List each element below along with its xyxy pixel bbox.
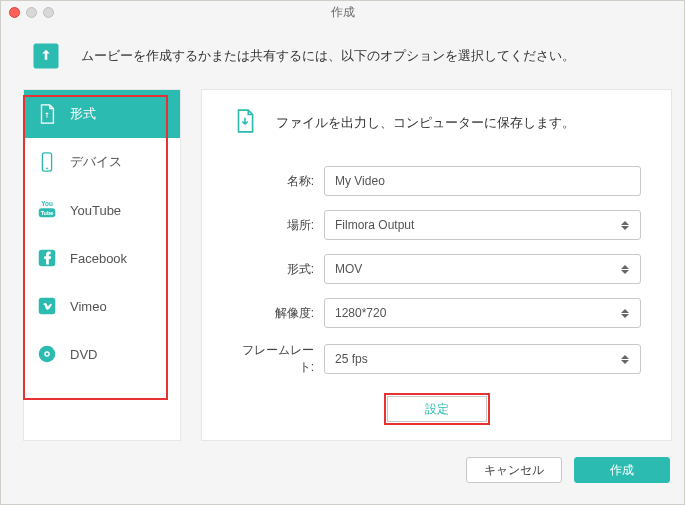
- name-input[interactable]: [324, 166, 641, 196]
- sidebar-item-facebook[interactable]: Facebook: [24, 234, 180, 282]
- chevron-icon: [620, 221, 630, 230]
- titlebar: 作成: [1, 1, 684, 23]
- banner: ムービーを作成するかまたは共有するには、以下のオプションを選択してください。: [1, 23, 684, 89]
- banner-text: ムービーを作成するかまたは共有するには、以下のオプションを選択してください。: [81, 47, 575, 65]
- resolution-select[interactable]: 1280*720: [324, 298, 641, 328]
- sidebar-item-format[interactable]: 形式: [24, 90, 180, 138]
- location-select[interactable]: Filmora Output: [324, 210, 641, 240]
- sidebar: 形式 デバイス TubeYou YouTube Facebook Vimeo: [23, 89, 181, 441]
- file-down-icon: [232, 108, 258, 138]
- main-heading: ファイルを出力し、コンピューターに保存します。: [276, 114, 575, 132]
- settings-button[interactable]: 設定: [387, 396, 487, 422]
- phone-icon: [36, 151, 58, 173]
- close-icon[interactable]: [9, 7, 20, 18]
- sidebar-item-label: YouTube: [70, 203, 121, 218]
- chevron-icon: [620, 355, 630, 364]
- chevron-icon: [620, 265, 630, 274]
- format-select[interactable]: MOV: [324, 254, 641, 284]
- disc-icon: [36, 343, 58, 365]
- framerate-select[interactable]: 25 fps: [324, 344, 641, 374]
- youtube-icon: TubeYou: [36, 199, 58, 221]
- sidebar-item-youtube[interactable]: TubeYou YouTube: [24, 186, 180, 234]
- sidebar-item-label: 形式: [70, 105, 96, 123]
- sidebar-item-label: Facebook: [70, 251, 127, 266]
- label-location: 場所:: [232, 217, 324, 234]
- minimize-icon: [26, 7, 37, 18]
- sidebar-item-label: Vimeo: [70, 299, 107, 314]
- svg-point-10: [46, 353, 49, 356]
- svg-point-2: [46, 168, 48, 170]
- label-format: 形式:: [232, 261, 324, 278]
- zoom-icon: [43, 7, 54, 18]
- facebook-icon: [36, 247, 58, 269]
- chevron-icon: [620, 309, 630, 318]
- label-framerate: フレームレート:: [232, 342, 324, 376]
- sidebar-item-dvd[interactable]: DVD: [24, 330, 180, 378]
- cancel-button[interactable]: キャンセル: [466, 457, 562, 483]
- create-button[interactable]: 作成: [574, 457, 670, 483]
- main-panel: ファイルを出力し、コンピューターに保存します。 名称: 場所: Filmora …: [201, 89, 672, 441]
- export-icon: [31, 41, 61, 71]
- file-icon: [36, 103, 58, 125]
- window-controls: [9, 7, 54, 18]
- svg-text:You: You: [41, 200, 53, 207]
- window-title: 作成: [1, 4, 684, 21]
- vimeo-icon: [36, 295, 58, 317]
- sidebar-item-vimeo[interactable]: Vimeo: [24, 282, 180, 330]
- label-name: 名称:: [232, 173, 324, 190]
- sidebar-item-label: DVD: [70, 347, 97, 362]
- sidebar-item-label: デバイス: [70, 153, 122, 171]
- svg-text:Tube: Tube: [41, 210, 54, 216]
- label-resolution: 解像度:: [232, 305, 324, 322]
- sidebar-item-device[interactable]: デバイス: [24, 138, 180, 186]
- footer: キャンセル 作成: [1, 449, 684, 497]
